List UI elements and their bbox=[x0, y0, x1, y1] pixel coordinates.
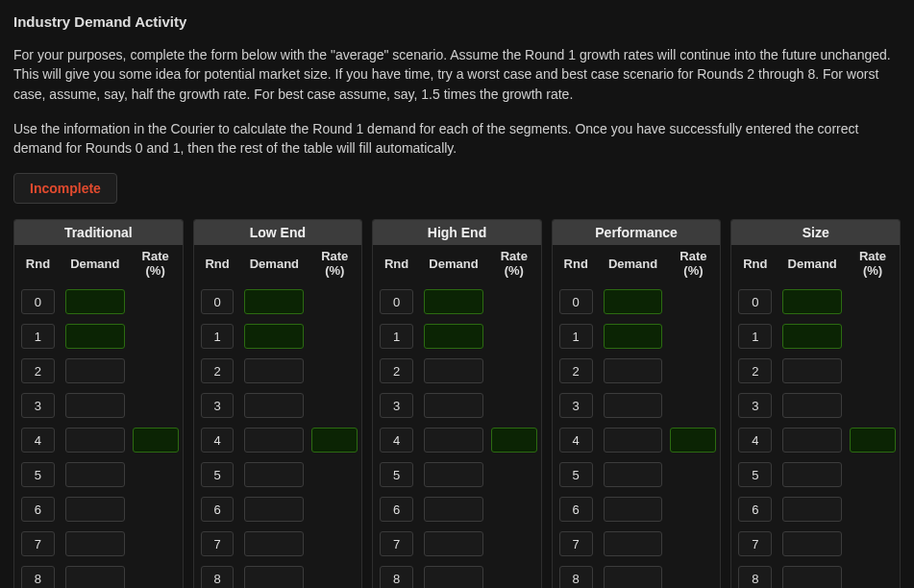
demand-input[interactable] bbox=[65, 324, 125, 349]
rate-cell-empty bbox=[311, 324, 358, 349]
round-label: 7 bbox=[559, 531, 593, 556]
demand-calculated bbox=[65, 462, 125, 487]
table-row: 2 bbox=[194, 354, 362, 388]
round-label: 2 bbox=[738, 358, 772, 383]
column-header: Demand bbox=[600, 245, 667, 284]
segment-title: Size bbox=[731, 220, 900, 245]
round-label: 2 bbox=[21, 358, 55, 383]
demand-input[interactable] bbox=[424, 289, 483, 314]
status-badge[interactable]: Incomplete bbox=[13, 173, 117, 204]
round-label: 6 bbox=[380, 497, 413, 522]
demand-calculated bbox=[604, 566, 663, 588]
rate-cell-empty bbox=[311, 497, 358, 522]
rate-cell-empty bbox=[491, 324, 537, 349]
demand-calculated bbox=[65, 497, 125, 522]
demand-calculated bbox=[244, 393, 304, 418]
round-label: 2 bbox=[380, 358, 413, 383]
table-row: 5 bbox=[194, 457, 362, 492]
rate-cell-empty bbox=[850, 289, 896, 314]
demand-calculated bbox=[65, 358, 125, 383]
demand-calculated bbox=[604, 497, 663, 522]
column-header: Rate (%) bbox=[308, 245, 361, 284]
segment-panel: TraditionalRndDemandRate (%)012345678 bbox=[13, 219, 184, 588]
table-row: 2 bbox=[731, 354, 900, 388]
rate-cell-empty bbox=[670, 566, 716, 588]
rate-cell-empty bbox=[133, 324, 179, 349]
round-label: 4 bbox=[559, 428, 593, 453]
round-label: 1 bbox=[738, 324, 772, 349]
table-row: 5 bbox=[14, 457, 183, 492]
demand-input[interactable] bbox=[244, 289, 304, 314]
column-header: Rate (%) bbox=[487, 245, 541, 284]
round-label: 3 bbox=[21, 393, 55, 418]
rate-cell-empty bbox=[133, 566, 179, 588]
table-row: 4 bbox=[373, 423, 541, 457]
demand-calculated bbox=[604, 462, 663, 487]
demand-input[interactable] bbox=[65, 289, 125, 314]
demand-calculated bbox=[424, 497, 483, 522]
segments-container: TraditionalRndDemandRate (%)012345678Low… bbox=[13, 219, 901, 588]
rate-input[interactable] bbox=[133, 428, 179, 453]
rate-input[interactable] bbox=[311, 428, 358, 453]
round-label: 7 bbox=[380, 531, 413, 556]
segment-table: RndDemandRate (%)012345678 bbox=[194, 245, 362, 588]
table-row: 7 bbox=[731, 527, 900, 561]
round-label: 3 bbox=[559, 393, 593, 418]
table-row: 5 bbox=[731, 457, 900, 492]
table-row: 1 bbox=[373, 319, 541, 354]
rate-cell-empty bbox=[670, 324, 716, 349]
rate-cell-empty bbox=[491, 566, 537, 588]
rate-input[interactable] bbox=[670, 428, 716, 453]
table-row: 8 bbox=[553, 561, 721, 588]
demand-input[interactable] bbox=[604, 289, 663, 314]
demand-calculated bbox=[604, 358, 663, 383]
segment-table: RndDemandRate (%)012345678 bbox=[731, 245, 900, 588]
round-label: 4 bbox=[738, 428, 772, 453]
demand-calculated bbox=[604, 531, 663, 556]
rate-cell-empty bbox=[850, 358, 896, 383]
table-row: 0 bbox=[553, 284, 721, 319]
round-label: 2 bbox=[201, 358, 235, 383]
table-row: 3 bbox=[731, 388, 900, 423]
demand-calculated bbox=[424, 531, 483, 556]
table-row: 1 bbox=[194, 319, 362, 354]
round-label: 7 bbox=[738, 531, 772, 556]
rate-cell-empty bbox=[850, 497, 896, 522]
rate-input[interactable] bbox=[850, 428, 896, 453]
demand-input[interactable] bbox=[424, 324, 483, 349]
segment-panel: Low EndRndDemandRate (%)012345678 bbox=[193, 219, 363, 588]
segment-title: Performance bbox=[553, 220, 721, 245]
rate-cell-empty bbox=[491, 531, 537, 556]
demand-input[interactable] bbox=[782, 324, 842, 349]
table-row: 6 bbox=[194, 492, 362, 527]
column-header: Rnd bbox=[373, 245, 420, 284]
segment-panel: SizeRndDemandRate (%)012345678 bbox=[730, 219, 901, 588]
rate-cell-empty bbox=[491, 289, 537, 314]
rate-cell-empty bbox=[670, 497, 716, 522]
demand-input[interactable] bbox=[604, 324, 663, 349]
table-row: 0 bbox=[373, 284, 541, 319]
round-label: 5 bbox=[21, 462, 55, 487]
column-header: Demand bbox=[240, 245, 308, 284]
rate-cell-empty bbox=[311, 358, 358, 383]
rate-cell-empty bbox=[670, 531, 716, 556]
rate-cell-empty bbox=[133, 497, 179, 522]
rate-cell-empty bbox=[133, 289, 179, 314]
rate-input[interactable] bbox=[491, 428, 537, 453]
demand-calculated bbox=[244, 531, 304, 556]
rate-cell-empty bbox=[311, 566, 358, 588]
demand-input[interactable] bbox=[782, 289, 842, 314]
column-header: Rate (%) bbox=[846, 245, 900, 284]
demand-calculated bbox=[604, 393, 663, 418]
table-row: 2 bbox=[373, 354, 541, 388]
table-row: 3 bbox=[194, 388, 362, 423]
table-row: 3 bbox=[553, 388, 721, 423]
round-label: 5 bbox=[380, 462, 413, 487]
table-row: 7 bbox=[373, 527, 541, 561]
demand-input[interactable] bbox=[244, 324, 304, 349]
segment-panel: PerformanceRndDemandRate (%)012345678 bbox=[552, 219, 722, 588]
demand-calculated bbox=[782, 462, 842, 487]
round-label: 3 bbox=[201, 393, 235, 418]
round-label: 0 bbox=[201, 289, 235, 314]
column-header: Demand bbox=[62, 245, 129, 284]
